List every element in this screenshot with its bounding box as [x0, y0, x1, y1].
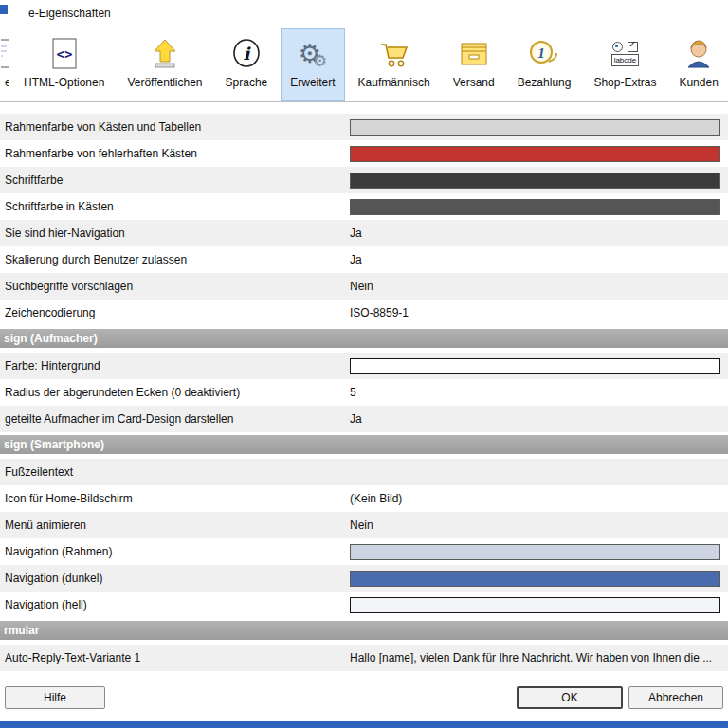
toolbar-item-label: HTML-Optionen	[24, 76, 104, 89]
setting-value[interactable]: 5	[350, 386, 720, 399]
setting-label: Suchbegriffe vorschlagen	[0, 280, 350, 293]
info-icon: i	[230, 33, 263, 75]
setting-label: Rahmenfarbe von fehlerhaften Kästen	[0, 147, 350, 160]
setting-value[interactable]: Ja	[350, 227, 720, 240]
cancel-button[interactable]: Abbrechen	[628, 686, 723, 709]
setting-label: Navigation (Rahmen)	[0, 545, 350, 558]
color-swatch[interactable]	[350, 358, 720, 374]
html-code-icon: <>	[50, 33, 79, 75]
publish-arrow-icon	[150, 33, 180, 75]
setting-value[interactable]: Ja	[350, 412, 720, 426]
toolbar-item-ver-ffentlichen[interactable]: Veröffentlichen	[118, 28, 211, 101]
color-swatch[interactable]	[350, 544, 720, 560]
setting-row-sie-sind-hier-navigation[interactable]: Sie sind hier-NavigationJa	[0, 220, 728, 246]
ok-button[interactable]: OK	[517, 686, 623, 709]
toolbar-item-html-optionen[interactable]: <>HTML-Optionen	[14, 28, 114, 101]
section-header-sign-smartphone: sign (Smartphone)	[0, 435, 728, 454]
package-icon	[457, 33, 491, 75]
toolbar-item-en[interactable]: en	[0, 28, 10, 101]
footer: Hilfe OK Abbrechen	[0, 686, 728, 709]
color-swatch[interactable]	[350, 571, 720, 587]
toolbar-item-label: Sprache	[226, 76, 268, 89]
svg-text:1: 1	[537, 46, 545, 61]
toolbar-item-sprache[interactable]: iSprache	[216, 28, 278, 101]
toolbar-item-label: Versand	[453, 76, 495, 89]
setting-row-navigation-dunkel[interactable]: Navigation (dunkel)	[0, 565, 728, 592]
setting-row-schriftfarbe[interactable]: Schriftfarbe	[0, 167, 728, 193]
color-swatch[interactable]	[350, 146, 720, 162]
color-swatch[interactable]	[350, 173, 720, 189]
setting-label: Menü animieren	[0, 519, 350, 532]
setting-label: Auto-Reply-Text-Variante 1	[0, 651, 350, 664]
setting-value	[350, 544, 720, 560]
svg-text:<>: <>	[56, 46, 72, 62]
color-swatch[interactable]	[350, 199, 720, 215]
section-header-sign-aufmacher: sign (Aufmacher)	[0, 329, 728, 348]
setting-row-navigation-hell[interactable]: Navigation (hell)	[0, 592, 728, 618]
window-icon	[0, 5, 8, 14]
toolbar-item-versand[interactable]: Versand	[444, 28, 504, 101]
widgets-icon: ✓labcde	[611, 33, 640, 75]
toolbar-item-label: Kaufmännisch	[358, 76, 430, 89]
setting-value	[350, 597, 720, 613]
setting-label: Rahmenfarbe von Kästen und Tabellen	[0, 120, 350, 134]
setting-value[interactable]: Ja	[350, 253, 720, 266]
gears-icon: ⚙⚙	[299, 33, 327, 75]
color-swatch[interactable]	[350, 597, 720, 613]
footer-right-buttons: OK Abbrechen	[517, 686, 723, 709]
setting-value	[350, 119, 720, 136]
toolbar-item-kaufm-nnisch[interactable]: Kaufmännisch	[349, 28, 440, 101]
bottom-window-edge	[0, 721, 728, 728]
toolbar-item-kunden[interactable]: Kunden	[669, 28, 727, 101]
setting-row-skalierung-durch-benutzer-zulassen[interactable]: Skalierung durch Benutzer zulassenJa	[0, 246, 728, 273]
setting-row-geteilte-aufmacher-im-card-design-darstellen[interactable]: geteilte Aufmacher im Card-Design darste…	[0, 406, 728, 432]
setting-row-zeichencodierung[interactable]: ZeichencodierungISO-8859-1	[0, 300, 728, 326]
setting-label: Navigation (hell)	[0, 598, 350, 611]
toolbar-item-label: Kunden	[679, 76, 718, 89]
setting-label: Radius der abgerundeten Ecken (0 deaktiv…	[0, 386, 350, 399]
properties-dialog: e-Eigenschaften en<>HTML-OptionenVeröffe…	[0, 0, 728, 728]
setting-label: Fußzeilentext	[0, 465, 350, 479]
setting-label: Schriftfarbe	[0, 173, 350, 187]
setting-value	[350, 199, 720, 215]
toolbar-item-label: Bezahlung	[518, 76, 572, 89]
toolbar: en<>HTML-OptionenVeröffentlicheniSprache…	[0, 27, 728, 102]
setting-row-fu-zeilentext[interactable]: Fußzeilentext	[0, 459, 728, 485]
setting-value	[350, 571, 720, 587]
setting-row-icon-f-r-home-bildschirm[interactable]: Icon für Home-Bildschirm(Kein Bild)	[0, 485, 728, 512]
person-icon	[684, 33, 713, 75]
setting-row-radius-der-abgerundeten-ecken-0-deaktiviert[interactable]: Radius der abgerundeten Ecken (0 deaktiv…	[0, 379, 728, 406]
toolbar-item-label: Veröffentlichen	[127, 76, 202, 89]
setting-row-men-animieren[interactable]: Menü animierenNein	[0, 512, 728, 538]
setting-row-navigation-rahmen[interactable]: Navigation (Rahmen)	[0, 538, 728, 565]
window-title: e-Eigenschaften	[28, 7, 111, 20]
setting-value[interactable]: Hallo [name], vielen Dank für Ihre Nachr…	[350, 651, 720, 664]
setting-row-farbe-hintergrund[interactable]: Farbe: Hintergrund	[0, 353, 728, 379]
toolbar-item-label: Erweitert	[290, 76, 335, 89]
setting-value	[350, 173, 720, 189]
setting-label: Sie sind hier-Navigation	[0, 227, 350, 240]
setting-value[interactable]: Nein	[350, 519, 720, 532]
color-swatch[interactable]	[350, 119, 720, 136]
setting-label: Schriftfarbe in Kästen	[0, 200, 350, 213]
setting-row-rahmenfarbe-von-fehlerhaften-k-sten[interactable]: Rahmenfarbe von fehlerhaften Kästen	[0, 140, 728, 167]
setting-label: Zeichencodierung	[0, 306, 350, 319]
toolbar-item-bezahlung[interactable]: 1Bezahlung	[508, 28, 581, 101]
setting-row-auto-reply-text-variante-1[interactable]: Auto-Reply-Text-Variante 1Hallo [name], …	[0, 645, 728, 671]
toolbar-item-shop-extras[interactable]: ✓labcdeShop-Extras	[584, 28, 665, 101]
setting-value[interactable]: ISO-8859-1	[350, 306, 720, 319]
setting-value[interactable]: (Kein Bild)	[350, 492, 720, 505]
setting-label: Farbe: Hintergrund	[0, 359, 350, 373]
toolbar-item-label: Shop-Extras	[593, 76, 656, 89]
setting-row-schriftfarbe-in-k-sten[interactable]: Schriftfarbe in Kästen	[0, 193, 728, 220]
setting-label: geteilte Aufmacher im Card-Design darste…	[0, 412, 350, 426]
setting-value	[350, 146, 720, 162]
help-button[interactable]: Hilfe	[5, 686, 105, 709]
setting-value[interactable]: Nein	[350, 280, 720, 293]
titlebar: e-Eigenschaften	[0, 0, 728, 27]
settings-list: Rahmenfarbe von Kästen und TabellenRahme…	[0, 102, 728, 671]
setting-row-suchbegriffe-vorschlagen[interactable]: Suchbegriffe vorschlagenNein	[0, 273, 728, 300]
section-header-rmular: rmular	[0, 621, 728, 640]
toolbar-item-erweitert[interactable]: ⚙⚙Erweitert	[281, 28, 344, 101]
setting-row-rahmenfarbe-von-k-sten-und-tabellen[interactable]: Rahmenfarbe von Kästen und Tabellen	[0, 114, 728, 140]
